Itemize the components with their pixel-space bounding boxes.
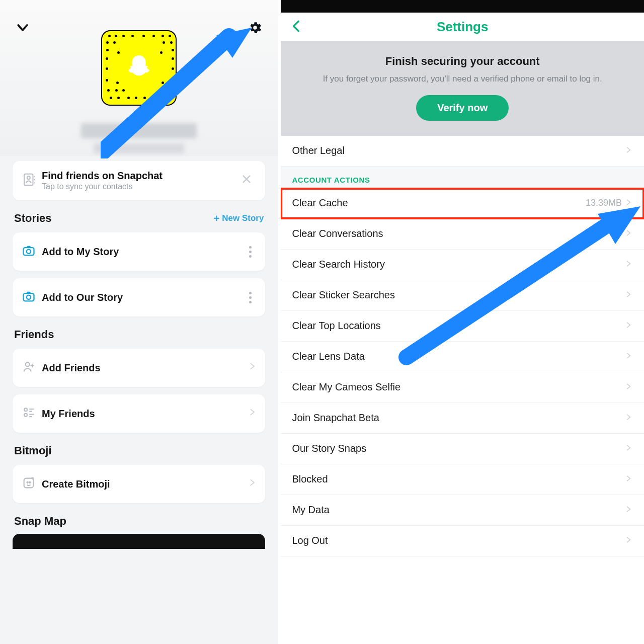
row-label: Create Bitmoji — [42, 478, 248, 490]
row-label: Clear Search History — [292, 259, 625, 270]
add-to-my-story[interactable]: Add to My Story — [13, 232, 265, 271]
row-label: Log Out — [292, 535, 625, 546]
chevron-right-icon — [625, 319, 632, 333]
chevron-right-icon — [625, 534, 632, 548]
svg-point-8 — [26, 362, 30, 366]
friends-list-icon — [22, 406, 36, 422]
row-label: Join Snapchat Beta — [292, 412, 625, 424]
chevron-right-icon — [625, 411, 632, 425]
find-friends-subtitle: Tap to sync your contacts — [42, 182, 237, 191]
username-blurred — [94, 143, 184, 153]
settings-row-clear-cache[interactable]: Clear Cache13.39MB — [281, 188, 644, 219]
settings-row-log-out[interactable]: Log Out — [281, 526, 644, 556]
row-label: Add to Our Story — [42, 292, 244, 303]
row-label: Clear My Cameos Selfie — [292, 381, 625, 393]
settings-row-clear-my-cameos-selfie[interactable]: Clear My Cameos Selfie — [281, 372, 644, 403]
chevron-right-icon — [625, 227, 632, 241]
settings-row-blocked[interactable]: Blocked — [281, 464, 644, 495]
chevron-right-icon — [625, 144, 632, 158]
chevron-right-icon — [248, 476, 256, 492]
find-friends-card[interactable]: Find friends on Snapchat Tap to sync you… — [13, 161, 265, 200]
close-icon[interactable] — [237, 174, 256, 188]
settings-row-clear-conversations[interactable]: Clear Conversations — [281, 219, 644, 250]
chevron-right-icon — [625, 258, 632, 272]
svg-rect-6 — [24, 293, 34, 301]
find-friends-title: Find friends on Snapchat — [42, 170, 237, 182]
settings-row-our-story-snaps[interactable]: Our Story Snaps — [281, 434, 644, 464]
snap-map-preview[interactable] — [13, 534, 265, 549]
svg-point-7 — [27, 295, 31, 299]
profile-header — [0, 0, 278, 156]
friends-heading: Friends — [14, 328, 54, 341]
settings-header: Settings — [281, 13, 644, 41]
add-friends[interactable]: Add Friends — [13, 349, 265, 387]
settings-row-clear-search-history[interactable]: Clear Search History — [281, 250, 644, 280]
settings-title: Settings — [437, 19, 489, 35]
chevron-right-icon — [248, 360, 256, 376]
chevron-right-icon — [625, 350, 632, 364]
chevron-right-icon — [625, 503, 632, 517]
secure-body: If you forget your password, you'll need… — [296, 73, 629, 85]
contacts-icon — [22, 172, 42, 189]
settings-row-join-snapchat-beta[interactable]: Join Snapchat Beta — [281, 403, 644, 434]
add-to-our-story[interactable]: Add to Our Story — [13, 278, 265, 316]
chevron-right-icon — [625, 442, 632, 456]
row-label: Clear Top Locations — [292, 320, 625, 332]
chevron-right-icon — [625, 196, 632, 210]
camera-icon — [22, 244, 36, 260]
chevron-right-icon — [625, 288, 632, 302]
svg-point-3 — [27, 176, 30, 179]
new-story-label: New Story — [222, 213, 264, 223]
settings-row-my-data[interactable]: My Data — [281, 495, 644, 526]
bitmoji-heading: Bitmoji — [14, 444, 52, 457]
row-label: Add Friends — [42, 362, 248, 374]
svg-point-13 — [29, 482, 30, 483]
account-actions-header: ACCOUNT ACTIONS — [281, 167, 644, 188]
row-label: Add to My Story — [42, 246, 244, 258]
row-label: Blocked — [292, 473, 625, 485]
secure-heading: Finish securing your account — [296, 55, 629, 68]
svg-point-5 — [27, 250, 31, 254]
snapmap-heading: Snap Map — [14, 515, 66, 528]
svg-rect-11 — [24, 478, 34, 488]
back-icon[interactable] — [290, 20, 303, 35]
row-value: 13.39MB — [586, 198, 622, 208]
my-friends[interactable]: My Friends — [13, 394, 265, 433]
stories-heading: Stories — [14, 212, 52, 225]
plus-icon: + — [214, 213, 220, 224]
new-story-button[interactable]: + New Story — [214, 213, 264, 224]
create-bitmoji[interactable]: Create Bitmoji — [13, 465, 265, 503]
settings-row-clear-lens-data[interactable]: Clear Lens Data — [281, 342, 644, 372]
svg-point-9 — [24, 408, 27, 411]
gear-icon[interactable] — [248, 20, 263, 37]
svg-rect-4 — [24, 248, 34, 255]
display-name-blurred — [81, 123, 197, 138]
settings-row-clear-top-locations[interactable]: Clear Top Locations — [281, 311, 644, 342]
other-legal-row[interactable]: Other Legal — [281, 136, 644, 167]
row-label: My Data — [292, 504, 625, 516]
profile-screen: Find friends on Snapchat Tap to sync you… — [0, 0, 278, 644]
snapcode-dots — [102, 31, 176, 105]
secure-account-banner: Finish securing your account If you forg… — [281, 41, 644, 136]
svg-point-10 — [24, 414, 27, 417]
chevron-down-icon[interactable] — [15, 20, 30, 37]
chevron-right-icon — [248, 406, 256, 422]
settings-screen: Settings Finish securing your account If… — [281, 0, 644, 644]
camera-icon — [22, 289, 36, 305]
row-label: Clear Conversations — [292, 228, 625, 239]
more-icon[interactable] — [244, 292, 256, 303]
settings-row-clear-sticker-searches[interactable]: Clear Sticker Searches — [281, 280, 644, 311]
more-icon[interactable] — [244, 246, 256, 258]
row-label: Clear Cache — [292, 197, 586, 209]
row-label: Other Legal — [292, 145, 625, 156]
snapcode[interactable] — [101, 30, 177, 106]
add-friend-icon — [22, 360, 36, 376]
bitmoji-icon — [22, 476, 36, 492]
verify-now-button[interactable]: Verify now — [416, 95, 509, 121]
chevron-right-icon — [625, 472, 632, 487]
status-bar — [281, 0, 644, 13]
chevron-right-icon — [625, 380, 632, 394]
row-label: Our Story Snaps — [292, 443, 625, 454]
row-label: Clear Lens Data — [292, 351, 625, 362]
svg-point-12 — [27, 482, 28, 483]
